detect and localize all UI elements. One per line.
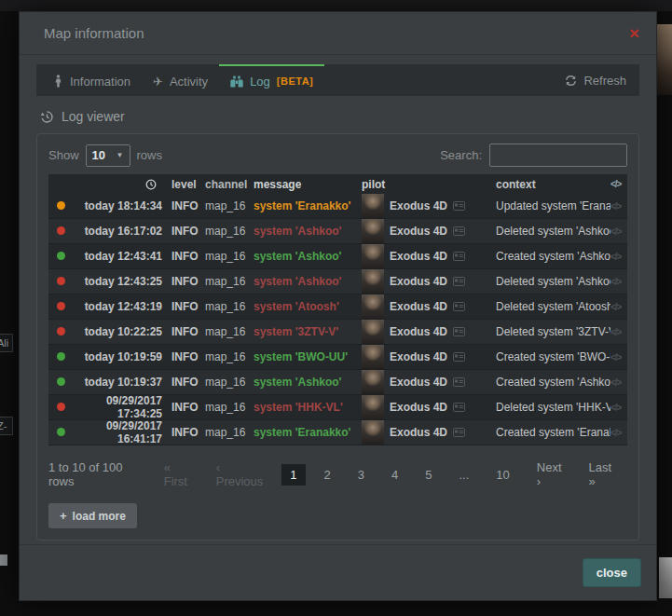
log-channel: map_16 <box>205 401 254 414</box>
status-cell <box>48 325 73 338</box>
log-level: INFO <box>162 250 205 263</box>
page-number-1[interactable]: 1 <box>281 464 305 486</box>
log-message: system 'BWO-UU' <box>254 350 362 363</box>
pilot-name: Exodus 4D <box>390 300 447 313</box>
tab-information[interactable]: Information <box>42 64 142 96</box>
log-level: INFO <box>162 225 205 238</box>
search-input[interactable] <box>489 144 627 167</box>
log-message: system 'Ashkoo' <box>254 225 362 238</box>
map-information-dialog: Map information × Information ✈ Activity <box>19 11 657 601</box>
log-channel: map_16 <box>205 250 254 263</box>
street-view-icon <box>53 75 63 88</box>
message-column-header[interactable]: message <box>254 178 362 191</box>
log-time: today 10:19:37 <box>73 376 162 389</box>
log-channel: map_16 <box>205 376 254 389</box>
dialog-header: Map information × <box>20 12 656 55</box>
table-row[interactable]: 09/29/2017 17:34:25 INFO map_16 system '… <box>48 395 627 420</box>
page-next[interactable]: Next › <box>528 457 570 492</box>
log-message: system 'Atoosh' <box>254 300 362 313</box>
time-column-header[interactable] <box>73 178 162 191</box>
channel-column-header[interactable]: channel <box>205 178 254 191</box>
code-icon: </> <box>610 403 627 413</box>
tab-log[interactable]: Log [BETA] <box>219 64 324 96</box>
close-icon[interactable]: × <box>629 24 639 42</box>
status-dot <box>57 428 65 436</box>
pilot-avatar <box>362 395 384 419</box>
status-dot <box>57 377 65 386</box>
log-channel: map_16 <box>205 426 254 439</box>
pilot-name: Exodus 4D <box>390 199 447 212</box>
page-number-5[interactable]: 5 <box>417 464 440 486</box>
level-column-header[interactable]: level <box>162 178 205 191</box>
code-icon: </> <box>610 252 627 262</box>
status-dot <box>57 277 65 285</box>
table-row[interactable]: today 10:19:59 INFO map_16 system 'BWO-U… <box>48 345 627 370</box>
log-message: system '3ZTV-V' <box>254 325 362 338</box>
plus-icon: + <box>60 509 67 523</box>
plane-icon: ✈ <box>153 75 163 88</box>
table-row[interactable]: today 12:43:25 INFO map_16 system 'Ashko… <box>48 269 627 294</box>
search-label: Search: <box>440 148 482 162</box>
load-more-button[interactable]: + load more <box>48 503 137 528</box>
id-card-icon <box>453 327 465 336</box>
status-cell <box>48 401 73 414</box>
log-pilot: Exodus 4D <box>362 194 496 218</box>
tab-log-label: Log <box>250 75 270 89</box>
log-viewer-title: Log viewer <box>62 109 125 124</box>
page-size-select[interactable]: 10 ▼ <box>86 144 130 167</box>
code-icon: </> <box>610 352 627 363</box>
page-size-value: 10 <box>92 148 105 162</box>
log-channel: map_16 <box>205 275 254 288</box>
status-dot <box>57 302 65 310</box>
id-card-icon <box>453 201 465 211</box>
table-row[interactable]: 09/29/2017 16:41:17 INFO map_16 system '… <box>48 420 627 445</box>
id-card-icon <box>453 302 465 311</box>
context-column-header[interactable]: context <box>496 178 610 191</box>
log-time: today 16:17:02 <box>73 225 162 238</box>
beta-badge: [BETA] <box>277 75 313 87</box>
id-card-icon <box>453 226 465 236</box>
table-row[interactable]: today 12:43:41 INFO map_16 system 'Ashko… <box>48 244 627 269</box>
history-icon <box>40 110 54 124</box>
status-cell <box>48 250 73 263</box>
table-row[interactable]: today 12:43:19 INFO map_16 system 'Atoos… <box>48 294 627 320</box>
pilot-column-header[interactable]: pilot <box>362 174 496 194</box>
page-number-10[interactable]: 10 <box>487 464 517 486</box>
status-cell <box>48 225 73 238</box>
table-row[interactable]: today 16:17:02 INFO map_16 system 'Ashko… <box>48 219 627 244</box>
table-row[interactable]: today 10:22:25 INFO map_16 system '3ZTV-… <box>48 320 627 345</box>
code-icon: </> <box>610 377 627 388</box>
log-context: Deleted system 'Ashkoo' ... <box>496 275 610 288</box>
status-dot <box>57 252 65 260</box>
log-context: Deleted system 'HHK-VL' ... <box>496 401 610 414</box>
page-last[interactable]: Last » <box>581 457 622 492</box>
close-button[interactable]: close <box>583 558 641 587</box>
log-time: 09/29/2017 17:34:25 <box>73 394 162 420</box>
log-channel: map_16 <box>205 350 254 363</box>
log-message: system 'HHK-VL' <box>254 401 362 414</box>
log-time: today 12:43:41 <box>73 250 162 263</box>
page-number-2[interactable]: 2 <box>316 464 339 486</box>
code-icon: </> <box>610 277 627 287</box>
refresh-icon <box>565 75 577 87</box>
id-card-icon <box>453 428 465 437</box>
tab-bar: Information ✈ Activity Log [BETA] <box>36 64 639 96</box>
background-top-bar <box>0 0 672 11</box>
page-number-3[interactable]: 3 <box>350 464 373 486</box>
log-time: today 10:19:59 <box>73 350 162 363</box>
table-row[interactable]: today 10:19:37 INFO map_16 system 'Ashko… <box>48 370 627 395</box>
log-pilot: Exodus 4D <box>362 244 496 268</box>
background-system-box: Ali <box>0 334 13 352</box>
status-cell <box>48 426 73 439</box>
page-number-4[interactable]: 4 <box>383 464 406 486</box>
background-fragment <box>659 557 672 598</box>
refresh-button[interactable]: Refresh <box>552 64 639 96</box>
background-fragment <box>0 554 7 566</box>
log-context: Created system 'Ashkoo' ... <box>496 250 610 263</box>
tab-activity[interactable]: ✈ Activity <box>142 64 219 96</box>
log-pilot: Exodus 4D <box>362 420 496 445</box>
code-icon: </> <box>610 302 627 312</box>
pilot-name: Exodus 4D <box>390 275 447 288</box>
log-context: Deleted system 'Ashkoo' ... <box>496 225 610 238</box>
table-row[interactable]: today 18:14:34 INFO map_16 system 'Erana… <box>48 194 627 219</box>
